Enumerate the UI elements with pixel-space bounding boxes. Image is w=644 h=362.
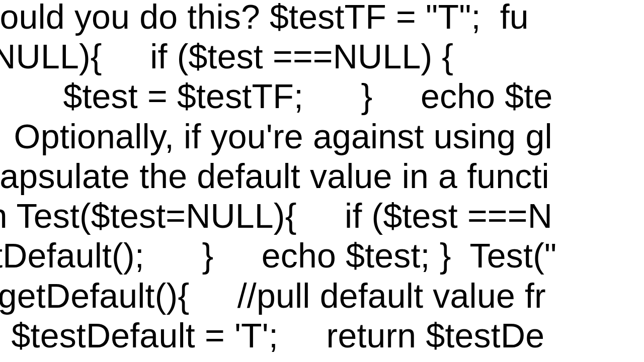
answer-body-text: r 1: Could you do this? $testTF = "T"; f… <box>0 0 644 355</box>
